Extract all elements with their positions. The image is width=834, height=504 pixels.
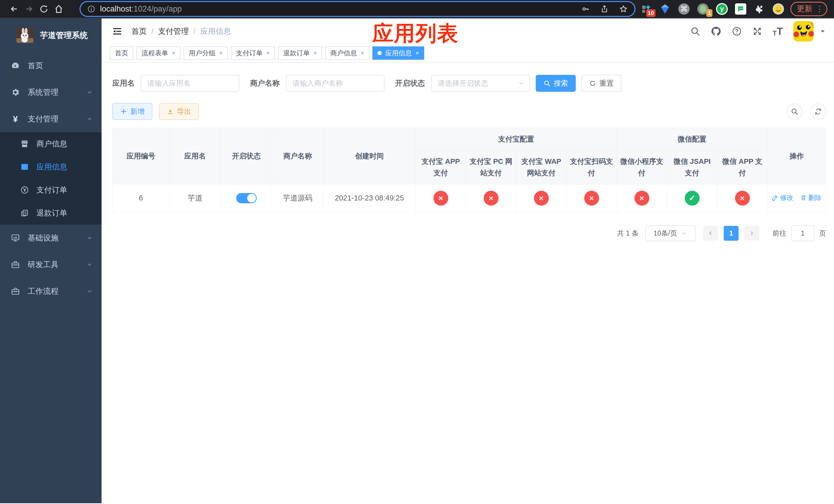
- forward-icon[interactable]: [22, 2, 37, 17]
- sidebar-item-label: 支付管理: [28, 114, 59, 124]
- sidebar-item-dev-tools[interactable]: 研发工具: [0, 251, 102, 278]
- sidebar-item-merchant-info[interactable]: 商户信息: [0, 132, 102, 155]
- cell-created: 2021-10-23 08:49:25: [323, 184, 416, 212]
- cell-alipay-wap: ×: [516, 184, 567, 212]
- delete-link[interactable]: 删除: [800, 193, 822, 202]
- chevron-down-icon: [518, 80, 524, 87]
- payment-submenu: 商户信息 应用信息 支付订单 退款订单: [0, 132, 102, 225]
- merchant-name-input[interactable]: [286, 75, 385, 92]
- chevron-down-icon: [86, 89, 93, 96]
- chevron-down-icon: [86, 261, 93, 268]
- sidebar-item-system[interactable]: 系统管理: [0, 79, 102, 106]
- col-group-wechat: 微信配置: [617, 128, 768, 151]
- tab-app-info[interactable]: 应用信息×: [372, 46, 424, 60]
- search-button[interactable]: 搜索: [536, 75, 576, 92]
- status-fail-icon: ×: [635, 191, 649, 206]
- sidebar-item-infrastructure[interactable]: 基础设施: [0, 225, 102, 251]
- sidebar-item-label: 支付订单: [37, 185, 67, 196]
- dashboard-icon: [10, 61, 21, 70]
- user-avatar[interactable]: [793, 21, 814, 42]
- refresh-button[interactable]: [810, 104, 826, 119]
- extensions-puzzle-icon[interactable]: [753, 3, 765, 15]
- sidebar-item-refund-order[interactable]: 退款订单: [0, 202, 102, 225]
- app-title: 芋道管理系统: [40, 30, 88, 41]
- col-alipay-pc: 支付宝 PC 网站支付: [466, 151, 516, 184]
- password-key-icon[interactable]: [581, 5, 590, 13]
- toolbox-icon: [10, 260, 21, 269]
- breadcrumb-payment[interactable]: 支付管理: [158, 26, 189, 37]
- current-page[interactable]: 1: [724, 226, 739, 241]
- grid-icon: [20, 162, 30, 171]
- chevron-down-icon: [86, 288, 93, 295]
- close-icon[interactable]: ×: [313, 49, 317, 56]
- sidebar-item-workflow[interactable]: 工作流程: [0, 278, 102, 304]
- col-app-name: 应用名: [170, 128, 221, 184]
- help-icon[interactable]: [732, 26, 742, 37]
- reset-button[interactable]: 重置: [581, 75, 621, 92]
- bookmark-star-icon[interactable]: [619, 5, 628, 13]
- url-text: localhost:1024/pay/app: [100, 4, 182, 14]
- sidebar-item-payment[interactable]: ¥ 支付管理: [0, 106, 102, 132]
- tab-pay-order[interactable]: 支付订单×: [231, 46, 275, 60]
- site-info-icon[interactable]: [87, 5, 95, 13]
- header-search-icon[interactable]: [690, 26, 700, 37]
- extension-yudao-icon[interactable]: y: [716, 3, 728, 15]
- status-fail-icon: ×: [484, 191, 499, 206]
- font-size-icon[interactable]: TT: [773, 26, 783, 37]
- sidebar-item-label: 工作流程: [28, 286, 59, 297]
- close-icon[interactable]: ×: [219, 49, 223, 56]
- col-merchant: 商户名称: [272, 128, 323, 184]
- sidebar-item-home[interactable]: 首页: [0, 52, 102, 79]
- sidebar-collapse-icon[interactable]: [112, 26, 123, 37]
- next-page-button[interactable]: [744, 226, 759, 241]
- reload-icon[interactable]: [37, 2, 51, 17]
- fullscreen-icon[interactable]: [752, 26, 763, 37]
- back-icon[interactable]: [7, 2, 22, 17]
- show-search-button[interactable]: [787, 104, 803, 119]
- tab-process-form[interactable]: 流程表单×: [136, 46, 180, 60]
- table-row: 6 芋道 芋道源码 2021-10-23 08:49:25 × × × × × …: [113, 184, 826, 212]
- cell-merchant: 芋道源码: [272, 184, 323, 212]
- browser-menu-icon[interactable]: ⋮: [816, 4, 824, 13]
- close-icon[interactable]: ×: [360, 49, 364, 56]
- tab-user-group[interactable]: 用户分组×: [184, 46, 228, 60]
- close-icon[interactable]: ×: [172, 49, 175, 56]
- edit-link[interactable]: 修改: [772, 193, 793, 202]
- breadcrumb-home[interactable]: 首页: [131, 26, 147, 37]
- close-icon[interactable]: ×: [266, 49, 270, 56]
- profile-avatar-icon[interactable]: [772, 3, 784, 15]
- extension-gem-icon[interactable]: [659, 3, 671, 15]
- status-select[interactable]: 请选择开启状态: [431, 75, 530, 92]
- github-icon[interactable]: [711, 26, 721, 37]
- tab-refund-order[interactable]: 退款订单×: [278, 46, 322, 60]
- logo-row: 芋道管理系统: [0, 19, 102, 52]
- top-navbar: 首页 / 支付管理 / 应用信息 TT: [102, 19, 834, 44]
- caret-down-icon[interactable]: [819, 28, 826, 35]
- col-wx-jsapi: 微信 JSAPI 支付: [667, 151, 717, 184]
- sidebar-item-pay-order[interactable]: 支付订单: [0, 178, 102, 202]
- extension-tiles-icon[interactable]: 10: [640, 3, 652, 15]
- tab-merchant-info[interactable]: 商户信息×: [325, 46, 369, 60]
- url-bar[interactable]: localhost:1024/pay/app: [81, 2, 635, 16]
- tab-home[interactable]: 首页: [110, 46, 133, 60]
- share-icon[interactable]: [600, 5, 609, 13]
- export-button[interactable]: 导出: [159, 103, 199, 120]
- extension-chat-icon[interactable]: [735, 3, 746, 15]
- page-size-select[interactable]: 10条/页: [645, 225, 696, 241]
- browser-update-button[interactable]: 更新 ⋮: [790, 2, 827, 16]
- app-name-input[interactable]: [141, 75, 239, 92]
- status-fail-icon: ×: [735, 191, 750, 206]
- goto-page-input[interactable]: [791, 225, 814, 241]
- copy-document-icon: [20, 209, 30, 217]
- prev-page-button[interactable]: [703, 226, 718, 241]
- extension-recorder-icon[interactable]: 1: [697, 3, 709, 15]
- home-icon[interactable]: [51, 2, 66, 17]
- close-icon[interactable]: ×: [415, 49, 419, 56]
- sidebar-item-app-info[interactable]: 应用信息: [0, 155, 102, 178]
- status-toggle[interactable]: [236, 193, 257, 203]
- chevron-down-icon: [681, 230, 687, 236]
- extension-command-icon[interactable]: ⌘: [678, 3, 690, 15]
- filter-row: 应用名 商户名称 开启状态 请选择开启状态 搜索: [112, 75, 826, 92]
- add-button[interactable]: 新增: [112, 103, 152, 120]
- sidebar-item-label: 研发工具: [28, 259, 59, 270]
